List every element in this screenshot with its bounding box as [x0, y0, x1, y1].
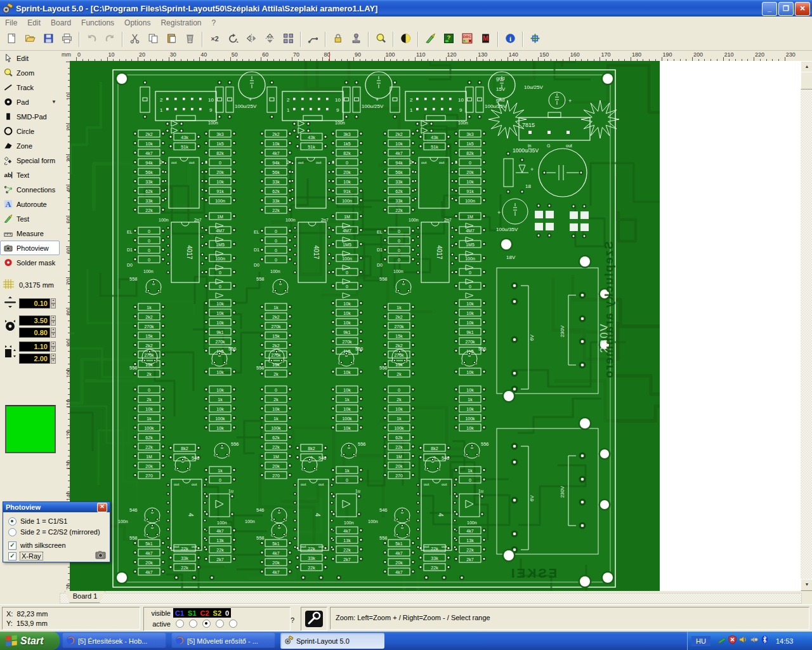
undo-button[interactable]	[83, 31, 100, 48]
tool-pad[interactable]: Pad ▼	[0, 95, 60, 109]
layer-C1[interactable]: C1	[175, 609, 184, 617]
layer-help[interactable]: ?	[291, 616, 294, 624]
side2-radio[interactable]	[8, 528, 16, 536]
tray-security-icon[interactable]	[728, 635, 737, 647]
photoview-close-button[interactable]: ✕	[97, 503, 107, 512]
print-button[interactable]	[58, 31, 75, 48]
chevron-down-icon[interactable]: ▼	[51, 99, 56, 105]
tool-edit[interactable]: Edit	[0, 51, 60, 65]
zoom-button[interactable]	[372, 31, 390, 48]
layer-active-radios[interactable]	[173, 620, 240, 628]
layer-visibility[interactable]: C1S1C2S20	[173, 608, 231, 618]
minimize-button[interactable]: _	[762, 2, 777, 16]
pcb-photoview-render[interactable]: 21019+100u/25V2k210k4k794k56k33k62k33k22…	[70, 61, 801, 591]
language-indicator[interactable]: HU	[691, 636, 710, 646]
tool-smd-pad[interactable]: SMD-Pad	[0, 109, 60, 124]
menu-item-file[interactable]: File	[0, 18, 22, 27]
lock-button[interactable]	[329, 31, 346, 48]
tool-photoview[interactable]: Photoview	[0, 241, 60, 255]
side1-radio[interactable]	[8, 517, 16, 526]
copy-button[interactable]	[145, 31, 162, 48]
macro-button[interactable]: M	[477, 31, 494, 48]
vertical-scrollbar[interactable]: ▲ ▼	[801, 61, 812, 591]
layer-0[interactable]: 0	[225, 609, 229, 617]
grid-setting[interactable]: 0,3175 mm	[0, 279, 60, 291]
xray-checkbox[interactable]: ✓	[8, 552, 16, 560]
track-width-spinner[interactable]: ▲▼	[51, 298, 56, 308]
active-layer-radio-S1[interactable]	[189, 620, 197, 628]
tray-volume-icon[interactable]	[738, 635, 748, 647]
tool-track[interactable]: Track	[0, 80, 60, 95]
rotate-button[interactable]	[225, 31, 242, 48]
drc-button[interactable]: DRC	[459, 31, 476, 48]
pattern-button[interactable]	[280, 31, 297, 48]
tray-bluetooth-icon[interactable]	[760, 635, 769, 647]
active-layer-radio-C2[interactable]	[202, 620, 211, 628]
tray-audio-icon[interactable]	[749, 635, 759, 647]
start-button[interactable]: Start	[0, 632, 60, 650]
redo-button[interactable]	[102, 31, 119, 48]
info-button[interactable]: i	[502, 31, 519, 48]
delete-button[interactable]	[181, 31, 199, 48]
origin-button[interactable]	[527, 31, 544, 48]
tray-tablet-icon[interactable]	[717, 635, 726, 647]
tool-connections[interactable]: Connections	[0, 182, 60, 197]
new-button[interactable]	[3, 31, 20, 48]
tool-solder-mask[interactable]: Solder mask	[0, 255, 60, 270]
stamp-button[interactable]	[348, 31, 365, 48]
menu-item-functions[interactable]: Functions	[76, 18, 119, 27]
horizontal-scrollbar[interactable]	[60, 593, 802, 604]
menu-item-registration[interactable]: Registration	[155, 18, 206, 27]
pad-drill-value[interactable]: 0.80	[19, 328, 50, 338]
layer-color-swatch[interactable]	[5, 405, 56, 453]
x2-button[interactable]: ×2	[206, 31, 223, 48]
layer-C2[interactable]: C2	[200, 609, 209, 617]
mode-icon-button[interactable]	[301, 607, 327, 631]
tool-circle[interactable]: Circle	[0, 124, 60, 138]
smd-height-spinner[interactable]: ▲▼	[51, 354, 56, 364]
task-button-1[interactable]: [5] Műveleti erősítő - ...	[171, 633, 275, 649]
active-layer-radio-C1[interactable]	[176, 620, 184, 628]
tool-test[interactable]: Test	[0, 211, 60, 226]
task-button-2[interactable]: Sprint-Layout 5.0	[280, 633, 384, 649]
smd-width-value[interactable]: 1.10	[19, 342, 50, 352]
auto-button[interactable]: ?	[440, 31, 457, 48]
menu-item-board[interactable]: Board	[46, 18, 76, 27]
silkscreen-checkbox[interactable]: ✓	[8, 541, 16, 550]
cut-button[interactable]	[126, 31, 143, 48]
restore-button[interactable]: ❐	[778, 2, 794, 16]
layer-S2[interactable]: S2	[213, 609, 221, 617]
tool-text[interactable]: ab Text	[0, 168, 60, 182]
smd-height-value[interactable]: 2.00	[19, 354, 50, 364]
active-layer-radio-0[interactable]	[229, 620, 237, 628]
open-button[interactable]	[22, 31, 39, 48]
active-layer-radio-S2[interactable]	[216, 620, 224, 628]
tool-autoroute[interactable]: A Autoroute	[0, 197, 60, 211]
menu-item-edit[interactable]: Edit	[22, 18, 46, 27]
flipv-button[interactable]	[261, 31, 278, 48]
save-button[interactable]	[40, 31, 57, 48]
node-button[interactable]	[304, 31, 322, 48]
test-button[interactable]	[422, 31, 439, 48]
task-button-0[interactable]: [5] Értesítések - Hob...	[62, 633, 166, 649]
vertical-scroll-thumb[interactable]	[801, 72, 812, 90]
fliph-button[interactable]	[243, 31, 260, 48]
tab-board-1[interactable]: Board 1	[65, 591, 105, 603]
tool-zone[interactable]: Zone	[0, 138, 60, 153]
photoview-button[interactable]	[397, 31, 414, 48]
pad-outer-spinner[interactable]: ▲▼	[51, 315, 56, 326]
paste-button[interactable]	[163, 31, 180, 48]
menu-item-?[interactable]: ?	[206, 18, 221, 27]
pcb-canvas[interactable]: 21019+100u/25V2k210k4k794k56k33k62k33k22…	[70, 61, 801, 591]
smd-width-spinner[interactable]: ▲▼	[51, 342, 56, 352]
photoview-dialog-titlebar[interactable]: Photoview ✕	[3, 502, 110, 512]
tool-measure[interactable]: Measure	[0, 226, 60, 241]
close-button[interactable]: ✕	[795, 2, 810, 16]
menu-item-options[interactable]: Options	[119, 18, 155, 27]
pad-drill-spinner[interactable]: ▲▼	[51, 328, 56, 338]
layer-S1[interactable]: S1	[188, 609, 196, 617]
tool-special-form[interactable]: Special form	[0, 153, 60, 168]
track-width-value[interactable]: 0.10	[19, 298, 50, 308]
pad-outer-value[interactable]: 3.50	[19, 315, 50, 326]
tool-zoom[interactable]: Zoom	[0, 65, 60, 80]
